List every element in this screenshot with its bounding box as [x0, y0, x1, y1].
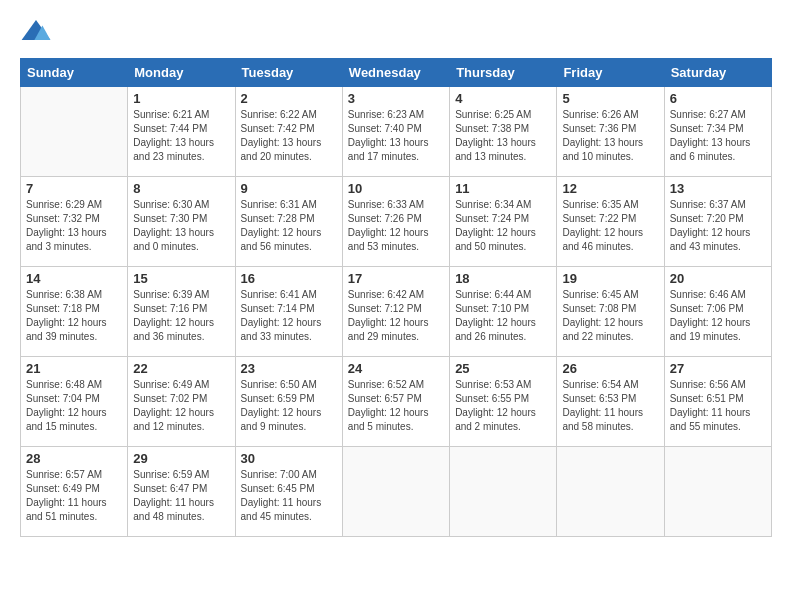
- day-number: 21: [26, 361, 122, 376]
- day-info: Sunrise: 6:37 AM Sunset: 7:20 PM Dayligh…: [670, 198, 766, 254]
- day-info: Sunrise: 6:30 AM Sunset: 7:30 PM Dayligh…: [133, 198, 229, 254]
- day-number: 26: [562, 361, 658, 376]
- day-info: Sunrise: 6:26 AM Sunset: 7:36 PM Dayligh…: [562, 108, 658, 164]
- day-number: 7: [26, 181, 122, 196]
- calendar-cell: 15Sunrise: 6:39 AM Sunset: 7:16 PM Dayli…: [128, 267, 235, 357]
- calendar-cell: 7Sunrise: 6:29 AM Sunset: 7:32 PM Daylig…: [21, 177, 128, 267]
- day-info: Sunrise: 6:59 AM Sunset: 6:47 PM Dayligh…: [133, 468, 229, 524]
- day-number: 28: [26, 451, 122, 466]
- day-info: Sunrise: 6:57 AM Sunset: 6:49 PM Dayligh…: [26, 468, 122, 524]
- day-number: 2: [241, 91, 337, 106]
- calendar-cell: 14Sunrise: 6:38 AM Sunset: 7:18 PM Dayli…: [21, 267, 128, 357]
- calendar-cell: 9Sunrise: 6:31 AM Sunset: 7:28 PM Daylig…: [235, 177, 342, 267]
- week-row-0: 1Sunrise: 6:21 AM Sunset: 7:44 PM Daylig…: [21, 87, 772, 177]
- day-info: Sunrise: 6:42 AM Sunset: 7:12 PM Dayligh…: [348, 288, 444, 344]
- day-number: 20: [670, 271, 766, 286]
- day-info: Sunrise: 6:38 AM Sunset: 7:18 PM Dayligh…: [26, 288, 122, 344]
- day-number: 9: [241, 181, 337, 196]
- calendar-cell: 1Sunrise: 6:21 AM Sunset: 7:44 PM Daylig…: [128, 87, 235, 177]
- calendar-cell: 23Sunrise: 6:50 AM Sunset: 6:59 PM Dayli…: [235, 357, 342, 447]
- calendar-cell: 29Sunrise: 6:59 AM Sunset: 6:47 PM Dayli…: [128, 447, 235, 537]
- header-sunday: Sunday: [21, 59, 128, 87]
- day-info: Sunrise: 6:54 AM Sunset: 6:53 PM Dayligh…: [562, 378, 658, 434]
- day-number: 19: [562, 271, 658, 286]
- header-row: SundayMondayTuesdayWednesdayThursdayFrid…: [21, 59, 772, 87]
- calendar: SundayMondayTuesdayWednesdayThursdayFrid…: [20, 58, 772, 537]
- calendar-cell: 20Sunrise: 6:46 AM Sunset: 7:06 PM Dayli…: [664, 267, 771, 357]
- calendar-cell: 4Sunrise: 6:25 AM Sunset: 7:38 PM Daylig…: [450, 87, 557, 177]
- day-number: 1: [133, 91, 229, 106]
- day-number: 5: [562, 91, 658, 106]
- day-number: 18: [455, 271, 551, 286]
- logo: [20, 16, 56, 48]
- calendar-cell: 5Sunrise: 6:26 AM Sunset: 7:36 PM Daylig…: [557, 87, 664, 177]
- day-info: Sunrise: 6:46 AM Sunset: 7:06 PM Dayligh…: [670, 288, 766, 344]
- day-info: Sunrise: 6:23 AM Sunset: 7:40 PM Dayligh…: [348, 108, 444, 164]
- day-number: 15: [133, 271, 229, 286]
- header-friday: Friday: [557, 59, 664, 87]
- calendar-cell: 28Sunrise: 6:57 AM Sunset: 6:49 PM Dayli…: [21, 447, 128, 537]
- calendar-cell: 22Sunrise: 6:49 AM Sunset: 7:02 PM Dayli…: [128, 357, 235, 447]
- calendar-cell: [21, 87, 128, 177]
- day-number: 4: [455, 91, 551, 106]
- calendar-cell: 2Sunrise: 6:22 AM Sunset: 7:42 PM Daylig…: [235, 87, 342, 177]
- day-info: Sunrise: 6:27 AM Sunset: 7:34 PM Dayligh…: [670, 108, 766, 164]
- calendar-cell: 21Sunrise: 6:48 AM Sunset: 7:04 PM Dayli…: [21, 357, 128, 447]
- header-tuesday: Tuesday: [235, 59, 342, 87]
- day-info: Sunrise: 6:22 AM Sunset: 7:42 PM Dayligh…: [241, 108, 337, 164]
- calendar-cell: 25Sunrise: 6:53 AM Sunset: 6:55 PM Dayli…: [450, 357, 557, 447]
- day-number: 23: [241, 361, 337, 376]
- day-number: 29: [133, 451, 229, 466]
- day-info: Sunrise: 6:33 AM Sunset: 7:26 PM Dayligh…: [348, 198, 444, 254]
- week-row-4: 28Sunrise: 6:57 AM Sunset: 6:49 PM Dayli…: [21, 447, 772, 537]
- day-info: Sunrise: 6:44 AM Sunset: 7:10 PM Dayligh…: [455, 288, 551, 344]
- week-row-3: 21Sunrise: 6:48 AM Sunset: 7:04 PM Dayli…: [21, 357, 772, 447]
- day-info: Sunrise: 6:48 AM Sunset: 7:04 PM Dayligh…: [26, 378, 122, 434]
- header-thursday: Thursday: [450, 59, 557, 87]
- header-wednesday: Wednesday: [342, 59, 449, 87]
- calendar-cell: 11Sunrise: 6:34 AM Sunset: 7:24 PM Dayli…: [450, 177, 557, 267]
- day-info: Sunrise: 6:34 AM Sunset: 7:24 PM Dayligh…: [455, 198, 551, 254]
- week-row-1: 7Sunrise: 6:29 AM Sunset: 7:32 PM Daylig…: [21, 177, 772, 267]
- day-info: Sunrise: 6:31 AM Sunset: 7:28 PM Dayligh…: [241, 198, 337, 254]
- calendar-cell: 10Sunrise: 6:33 AM Sunset: 7:26 PM Dayli…: [342, 177, 449, 267]
- day-info: Sunrise: 6:41 AM Sunset: 7:14 PM Dayligh…: [241, 288, 337, 344]
- calendar-cell: 30Sunrise: 7:00 AM Sunset: 6:45 PM Dayli…: [235, 447, 342, 537]
- day-number: 11: [455, 181, 551, 196]
- day-info: Sunrise: 6:56 AM Sunset: 6:51 PM Dayligh…: [670, 378, 766, 434]
- calendar-cell: 18Sunrise: 6:44 AM Sunset: 7:10 PM Dayli…: [450, 267, 557, 357]
- calendar-cell: [557, 447, 664, 537]
- day-number: 24: [348, 361, 444, 376]
- day-number: 22: [133, 361, 229, 376]
- day-number: 14: [26, 271, 122, 286]
- calendar-cell: 6Sunrise: 6:27 AM Sunset: 7:34 PM Daylig…: [664, 87, 771, 177]
- day-info: Sunrise: 6:39 AM Sunset: 7:16 PM Dayligh…: [133, 288, 229, 344]
- day-info: Sunrise: 7:00 AM Sunset: 6:45 PM Dayligh…: [241, 468, 337, 524]
- calendar-cell: 17Sunrise: 6:42 AM Sunset: 7:12 PM Dayli…: [342, 267, 449, 357]
- day-info: Sunrise: 6:45 AM Sunset: 7:08 PM Dayligh…: [562, 288, 658, 344]
- calendar-cell: 13Sunrise: 6:37 AM Sunset: 7:20 PM Dayli…: [664, 177, 771, 267]
- day-number: 17: [348, 271, 444, 286]
- day-info: Sunrise: 6:52 AM Sunset: 6:57 PM Dayligh…: [348, 378, 444, 434]
- day-number: 25: [455, 361, 551, 376]
- calendar-cell: [342, 447, 449, 537]
- page-header: [20, 16, 772, 48]
- day-info: Sunrise: 6:53 AM Sunset: 6:55 PM Dayligh…: [455, 378, 551, 434]
- calendar-cell: 24Sunrise: 6:52 AM Sunset: 6:57 PM Dayli…: [342, 357, 449, 447]
- calendar-cell: [450, 447, 557, 537]
- calendar-cell: 26Sunrise: 6:54 AM Sunset: 6:53 PM Dayli…: [557, 357, 664, 447]
- calendar-cell: 3Sunrise: 6:23 AM Sunset: 7:40 PM Daylig…: [342, 87, 449, 177]
- day-number: 30: [241, 451, 337, 466]
- calendar-cell: 12Sunrise: 6:35 AM Sunset: 7:22 PM Dayli…: [557, 177, 664, 267]
- day-number: 6: [670, 91, 766, 106]
- day-info: Sunrise: 6:21 AM Sunset: 7:44 PM Dayligh…: [133, 108, 229, 164]
- day-number: 12: [562, 181, 658, 196]
- week-row-2: 14Sunrise: 6:38 AM Sunset: 7:18 PM Dayli…: [21, 267, 772, 357]
- day-info: Sunrise: 6:49 AM Sunset: 7:02 PM Dayligh…: [133, 378, 229, 434]
- day-number: 13: [670, 181, 766, 196]
- day-number: 8: [133, 181, 229, 196]
- calendar-cell: 27Sunrise: 6:56 AM Sunset: 6:51 PM Dayli…: [664, 357, 771, 447]
- day-number: 3: [348, 91, 444, 106]
- logo-icon: [20, 16, 52, 48]
- calendar-cell: [664, 447, 771, 537]
